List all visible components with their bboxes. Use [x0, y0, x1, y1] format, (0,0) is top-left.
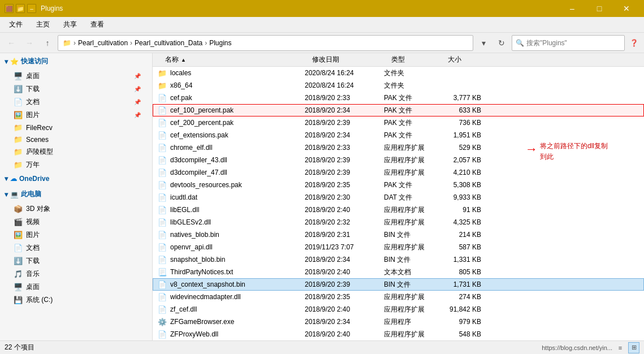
sidebar-item-filerecv[interactable]: 📁 FileRecv: [0, 122, 152, 133]
table-row[interactable]: 📄 libGLESv2.dll 2018/9/20 2:32 应用程序扩展 4,…: [153, 216, 644, 228]
sidebar-item-scenes[interactable]: 📁 Scenes: [0, 133, 152, 145]
menu-home[interactable]: 主页: [29, 17, 57, 32]
file-name-cell: 📄 openvr_api.dll: [158, 243, 305, 252]
address-path[interactable]: 📁 › Pearl_cultivation › Pearl_cultivatio…: [58, 35, 473, 51]
annotation-container: → 将之前路径下的dll复制到此: [525, 141, 638, 162]
forward-button[interactable]: →: [21, 35, 37, 51]
sidebar-item-drive-c[interactable]: 💾 系统 (C:): [0, 293, 152, 306]
col-header-type[interactable]: 类型: [389, 55, 446, 64]
file-type-cell: PAK 文件: [384, 180, 440, 190]
sidebar-item-luling[interactable]: 📁 庐陵模型: [0, 145, 152, 158]
sidebar-item-desktop-label: 桌面: [26, 71, 40, 81]
sidebar-item-music[interactable]: 🎵 音乐: [0, 267, 152, 280]
col-header-date[interactable]: 修改日期: [310, 55, 389, 64]
sidebar-item-luling-label: 庐陵模型: [26, 147, 53, 157]
file-date-cell: 2018/9/20 2:33: [305, 144, 384, 152]
file-name-text: devtools_resources.pak: [170, 181, 242, 189]
table-row[interactable]: 📄 cef_extensions.pak 2018/9/20 2:34 PAK …: [153, 129, 644, 141]
csdn-link: https://blog.csdn.net/yin...: [542, 344, 612, 351]
view-list-button[interactable]: ≡: [615, 342, 626, 353]
table-row[interactable]: 📄 d3dcompiler_47.dll 2018/9/20 2:39 应用程序…: [153, 166, 644, 179]
table-row[interactable]: 📄 zf_cef.dll 2018/9/20 2:40 应用程序扩展 91,84…: [153, 303, 644, 316]
table-row[interactable]: 📁 locales 2020/8/24 16:24 文件夹: [153, 67, 644, 79]
table-row[interactable]: 📄 icudtl.dat 2018/9/20 2:30 DAT 文件 9,933…: [153, 191, 644, 204]
sidebar-resize-handle[interactable]: [153, 53, 155, 340]
sidebar-item-docs-label: 文档: [26, 97, 40, 107]
file-size-cell: 91,842 KB: [440, 305, 486, 313]
sidebar-item-desktop2[interactable]: 🖥️ 桌面: [0, 280, 152, 293]
file-name-cell: 📄 snapshot_blob.bin: [158, 256, 305, 264]
file-name-cell: 📄 devtools_resources.pak: [158, 181, 305, 189]
dropdown-button[interactable]: ▾: [476, 35, 491, 51]
sidebar-quick-access-header[interactable]: ▾ ⭐ 快速访问: [0, 53, 152, 70]
refresh-button[interactable]: ↻: [494, 35, 509, 51]
desktop2-icon: 🖥️: [14, 283, 23, 291]
close-button[interactable]: ✕: [613, 0, 639, 17]
sidebar-item-docs2[interactable]: 📄 文档: [0, 241, 152, 254]
help-button[interactable]: ❓: [627, 36, 641, 50]
col-header-name[interactable]: 名称 ▲: [163, 55, 310, 64]
sidebar-item-docs[interactable]: 📄 文档 📌: [0, 96, 152, 109]
table-row[interactable]: 📄 natives_blob.bin 2018/9/20 2:31 BIN 文件…: [153, 228, 644, 241]
table-row[interactable]: 📄 snapshot_blob.bin 2018/9/20 2:34 BIN 文…: [153, 253, 644, 266]
table-row[interactable]: 📄 devtools_resources.pak 2018/9/20 2:35 …: [153, 179, 644, 191]
table-row[interactable]: 📄 widevinecdmadapter.dll 2018/9/20 2:35 …: [153, 291, 644, 303]
sidebar-onedrive-header[interactable]: ▾ ☁ OneDrive: [0, 171, 152, 186]
sidebar-item-downloads[interactable]: ⬇️ 下载 📌: [0, 83, 152, 96]
window-title: Plugins: [41, 5, 559, 12]
window-controls: – □ ✕: [559, 0, 639, 17]
sidebar-item-3d[interactable]: 📦 3D 对象: [0, 202, 152, 215]
sidebar-item-video[interactable]: 🎬 视频: [0, 215, 152, 228]
menu-share[interactable]: 共享: [57, 17, 84, 32]
table-row[interactable]: 📄 cef_100_percent.pak 2018/9/20 2:34 PAK…: [153, 104, 644, 116]
table-row[interactable]: 📁 x86_64 2020/8/24 16:24 文件夹: [153, 79, 644, 92]
table-row[interactable]: 📄 cef.pak 2018/9/20 2:33 PAK 文件 3,777 KB: [153, 92, 644, 104]
sidebar-item-pics-label: 图片: [26, 110, 40, 120]
sidebar-item-wannian[interactable]: 📁 万年: [0, 158, 152, 171]
file-date-cell: 2018/9/20 2:40: [305, 206, 384, 214]
col-header-size[interactable]: 大小: [446, 55, 491, 64]
table-row[interactable]: 📄 openvr_api.dll 2019/11/23 7:07 应用程序扩展 …: [153, 241, 644, 253]
sidebar-item-desktop[interactable]: 🖥️ 桌面 📌: [0, 70, 152, 83]
maximize-button[interactable]: □: [586, 0, 612, 17]
dll-icon: 📄: [158, 305, 167, 314]
file-date-cell: 2018/9/20 2:39: [305, 280, 384, 288]
status-bar: 22 个项目 https://blog.csdn.net/yin... ≡ ⊞: [0, 340, 644, 354]
desktop-folder-icon: 🖥️: [14, 72, 23, 80]
file-size-cell: 633 KB: [440, 106, 486, 114]
file-size-cell: 587 KB: [440, 243, 486, 251]
up-button[interactable]: ↑: [40, 35, 55, 51]
file-size-cell: 214 KB: [440, 231, 486, 239]
minimize-button[interactable]: –: [559, 0, 585, 17]
back-button[interactable]: ←: [3, 35, 19, 51]
file-size-cell: 274 KB: [440, 293, 486, 301]
file-size-cell: 5,308 KB: [440, 181, 486, 189]
table-row[interactable]: 📄 cef_200_percent.pak 2018/9/20 2:39 PAK…: [153, 116, 644, 129]
luling-icon: 📁: [14, 148, 23, 156]
file-type-cell: BIN 文件: [384, 255, 440, 265]
menu-view[interactable]: 查看: [84, 17, 111, 32]
table-row[interactable]: 📄 v8_context_snapshot.bin 2018/9/20 2:39…: [153, 278, 644, 291]
pak-icon: 📄: [158, 131, 167, 140]
file-name-cell: 📄 widevinecdmadapter.dll: [158, 293, 305, 301]
table-row[interactable]: ⚙️ ZFGameBrowser.exe 2018/9/20 2:34 应用程序…: [153, 316, 644, 328]
app-icon-3: –: [27, 4, 36, 13]
sidebar-item-downloads2[interactable]: ⬇️ 下载: [0, 254, 152, 267]
search-input[interactable]: [526, 39, 621, 47]
table-row[interactable]: 📃 ThirdPartyNotices.txt 2018/9/20 2:40 文…: [153, 266, 644, 278]
search-box[interactable]: 🔍: [512, 35, 625, 51]
file-name-text: cef_100_percent.pak: [170, 106, 234, 114]
table-row[interactable]: 📄 ZFProxyWeb.dll 2018/9/20 2:40 应用程序扩展 5…: [153, 328, 644, 340]
sidebar-item-docs2-label: 文档: [26, 243, 40, 253]
sidebar-item-pics2[interactable]: 🖼️ 图片: [0, 228, 152, 241]
txt-icon: 📃: [158, 268, 167, 277]
sidebar-item-pics[interactable]: 🖼️ 图片 📌: [0, 109, 152, 122]
menu-file[interactable]: 文件: [2, 17, 29, 32]
view-details-button[interactable]: ⊞: [628, 342, 639, 353]
app-icon-1: 🟫: [5, 4, 14, 13]
table-row[interactable]: 📄 libEGL.dll 2018/9/20 2:40 应用程序扩展 91 KB: [153, 204, 644, 216]
sidebar-item-downloads-label: 下载: [26, 84, 40, 94]
file-type-cell: 应用程序扩展: [384, 156, 440, 165]
main-layout: ▾ ⭐ 快速访问 🖥️ 桌面 📌 ⬇️ 下载 📌 📄 文档 📌 🖼️ 图片 📌 …: [0, 53, 644, 340]
sidebar-thispc-header[interactable]: ▾ 💻 此电脑: [0, 186, 152, 202]
